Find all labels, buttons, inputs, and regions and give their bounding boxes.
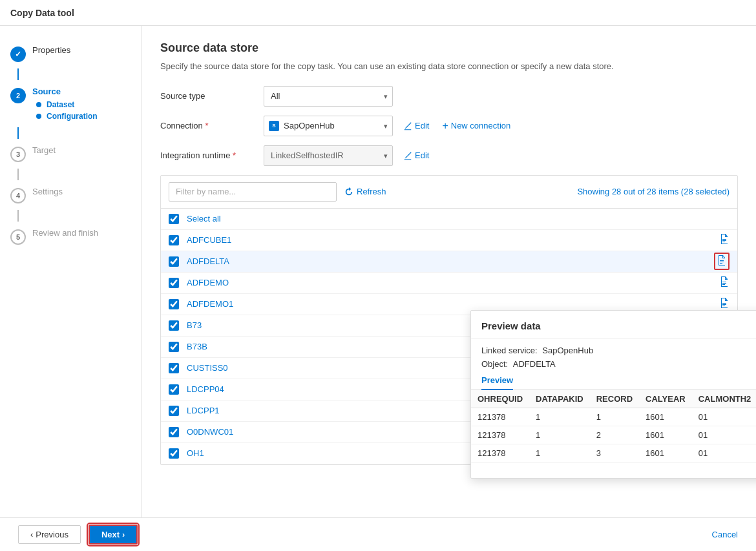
- sidebar: ✓ Properties 2 Source Dataset Configu: [0, 26, 142, 551]
- refresh-icon: [344, 187, 353, 196]
- preview-panel: Preview data ⤢ ✕ Linked service: SapOpen…: [470, 310, 756, 479]
- connection-row: Connection * S SapOpenHub ▾ Edit + New c…: [160, 116, 738, 136]
- svg-rect-1: [722, 240, 726, 241]
- ir-required-star: *: [233, 151, 236, 160]
- ir-select[interactable]: LinkedSelfhostedIR: [264, 145, 393, 166]
- sidebar-label-dataset: Dataset: [47, 100, 74, 109]
- item-preview-icon-ADFDEMO[interactable]: [719, 276, 730, 289]
- item-checkbox-B73B[interactable]: [169, 342, 179, 352]
- sidebar-label-settings: Settings: [32, 187, 63, 196]
- item-checkbox-ADFDELTA[interactable]: [169, 256, 179, 267]
- sidebar-item-properties[interactable]: ✓ Properties: [0, 39, 142, 68]
- svg-rect-9: [722, 303, 726, 304]
- app-title: Copy Data tool: [10, 8, 74, 18]
- step-circle-source: 2: [10, 88, 26, 103]
- preview-table-cell: 3: [590, 444, 639, 463]
- svg-rect-4: [720, 262, 724, 262]
- preview-table-cell: 121378: [471, 408, 529, 426]
- sidebar-item-target[interactable]: 3 Target: [0, 139, 142, 169]
- list-item: ADFCUBE1: [161, 230, 737, 251]
- preview-table-cell: 1: [529, 408, 590, 426]
- item-checkbox-O0DNWC01[interactable]: [169, 427, 179, 437]
- svg-rect-11: [722, 306, 725, 306]
- svg-rect-0: [722, 239, 726, 240]
- sidebar-label-configuration: Configuration: [47, 112, 98, 121]
- preview-col-header: RECORD: [590, 390, 639, 408]
- preview-col-header: CALYEAR: [639, 390, 692, 408]
- connector-4: [17, 210, 19, 222]
- list-item: ADFDEMO: [161, 273, 737, 294]
- preview-table-row: 12137811160101CH02AM: [471, 408, 756, 426]
- svg-rect-8: [722, 284, 725, 285]
- integration-runtime-row: Integration runtime * LinkedSelfhostedIR…: [160, 145, 738, 166]
- svg-rect-10: [722, 304, 726, 305]
- sidebar-item-review[interactable]: 5 Review and finish: [0, 222, 142, 251]
- preview-tab[interactable]: Preview: [481, 371, 513, 390]
- item-checkbox-B73[interactable]: [169, 320, 179, 331]
- item-name-ADFDEMO1[interactable]: ADFDEMO1: [187, 299, 730, 309]
- item-name-ADFCUBE1[interactable]: ADFCUBE1: [187, 235, 730, 245]
- item-checkbox-ADFCUBE1[interactable]: [169, 235, 179, 245]
- sidebar-label-review: Review and finish: [32, 228, 98, 238]
- item-name-ADFDEMO[interactable]: ADFDEMO: [187, 278, 730, 287]
- preview-col-header: CALMONTH2: [692, 390, 756, 408]
- source-type-select[interactable]: All: [264, 86, 393, 107]
- item-preview-icon-ADFCUBE1[interactable]: [719, 234, 730, 246]
- refresh-button[interactable]: Refresh: [344, 187, 386, 196]
- ir-select-wrapper: LinkedSelfhostedIR ▾: [264, 145, 393, 166]
- item-checkbox-ADFDEMO[interactable]: [169, 278, 179, 288]
- edit-connection-button[interactable]: Edit: [398, 121, 434, 130]
- sidebar-item-settings[interactable]: 4 Settings: [0, 180, 142, 210]
- preview-table-cell: 1: [590, 408, 639, 426]
- step-circle-review: 5: [10, 229, 26, 245]
- edit-ir-button[interactable]: Edit: [398, 151, 434, 160]
- preview-table-cell: 1601: [639, 408, 692, 426]
- preview-title: Preview data: [481, 320, 541, 331]
- next-arrow-icon: ›: [122, 530, 125, 539]
- item-name-ADFDELTA[interactable]: ADFDELTA: [187, 256, 730, 266]
- preview-table-cell: 1: [529, 444, 590, 463]
- sidebar-item-source[interactable]: 2 Source Dataset Configuration: [0, 80, 142, 127]
- footer: ‹ Previous Next › Cancel: [0, 517, 756, 551]
- connector-2: [17, 127, 19, 139]
- cancel-button[interactable]: Cancel: [712, 530, 738, 539]
- next-button[interactable]: Next ›: [89, 525, 138, 545]
- preview-header: Preview data ⤢ ✕: [471, 311, 756, 339]
- new-connection-button[interactable]: + New connection: [437, 121, 516, 131]
- item-checkbox-CUSTISS0[interactable]: [169, 363, 179, 373]
- item-preview-icon-ADFDEMO1[interactable]: [719, 298, 730, 310]
- item-checkbox-LDCPP1[interactable]: [169, 406, 179, 416]
- svg-rect-5: [720, 263, 722, 264]
- plus-icon: +: [442, 121, 448, 131]
- preview-table: OHREQUIDDATAPAKIDRECORDCALYEARCALMONTH2/…: [471, 390, 756, 463]
- preview-table-cell: 121378: [471, 444, 529, 463]
- sidebar-label-target: Target: [32, 145, 56, 155]
- step-circle-target: 3: [10, 147, 26, 162]
- preview-table-cell: 2: [590, 426, 639, 444]
- connection-actions: Edit + New connection: [398, 121, 516, 131]
- preview-table-row: 12137812160101CH02AM: [471, 426, 756, 444]
- preview-table-cell: 01: [692, 426, 756, 444]
- sidebar-label-source: Source: [32, 87, 61, 96]
- connection-select[interactable]: SapOpenHub: [264, 116, 393, 136]
- select-all-checkbox[interactable]: [169, 214, 179, 224]
- showing-count: Showing 28 out of 28 items (28 selected): [577, 187, 730, 196]
- page-subtitle: Specify the source data store for the co…: [160, 60, 738, 73]
- source-type-select-wrapper: All ▾: [264, 86, 393, 107]
- filter-input[interactable]: [169, 182, 337, 202]
- sidebar-label-properties: Properties: [32, 45, 70, 55]
- connector-3: [17, 169, 19, 180]
- item-checkbox-ADFDEMO1[interactable]: [169, 299, 179, 309]
- item-preview-icon-ADFDELTA[interactable]: [714, 253, 730, 270]
- resize-handle[interactable]: ⤡: [471, 463, 756, 478]
- item-checkbox-OH1[interactable]: [169, 448, 179, 459]
- svg-rect-2: [722, 242, 725, 242]
- connection-required-star: *: [205, 121, 208, 130]
- page-title: Source data store: [160, 41, 738, 55]
- previous-button[interactable]: ‹ Previous: [18, 525, 81, 544]
- preview-table-cell: 1601: [639, 426, 692, 444]
- item-checkbox-LDCPP04[interactable]: [169, 384, 179, 395]
- main-content: Source data store Specify the source dat…: [142, 26, 756, 551]
- connector-1: [17, 68, 19, 80]
- select-all-label[interactable]: Select all: [187, 214, 730, 224]
